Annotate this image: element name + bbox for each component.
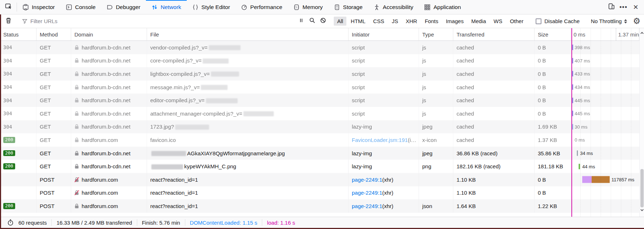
tab-storage[interactable]: Storage — [328, 0, 368, 14]
close-icon: ✕ — [633, 3, 638, 11]
load-time[interactable]: load: 1.16 s — [267, 220, 295, 226]
filter-all[interactable]: All — [334, 17, 346, 26]
search-icon — [309, 17, 315, 25]
table-row[interactable]: 304GEThardforum.b-cdn.netmessage.min.js?… — [0, 81, 644, 94]
tab-inspector[interactable]: Inspector — [17, 0, 60, 14]
column-header-size[interactable]: Size — [535, 28, 571, 40]
filter-html[interactable]: HTML — [347, 17, 369, 26]
tab-console[interactable]: Console — [60, 0, 101, 14]
table-row[interactable]: 200POSThardforum.comreact?reaction_id=1p… — [0, 199, 644, 213]
table-row[interactable]: 304GEThardforum.b-cdn.netcore-compiled.j… — [0, 54, 644, 68]
status-badge: 304 — [3, 58, 12, 64]
file-cell: AGkaXIAY8QgWformatjpgnamelarge.jpg — [147, 147, 349, 160]
column-header-initiator[interactable]: Initiator — [349, 28, 419, 40]
filter-fonts[interactable]: Fonts — [422, 17, 442, 26]
filter-css[interactable]: CSS — [370, 17, 388, 26]
disable-cache-control[interactable]: Disable Cache — [536, 18, 580, 24]
scroll-up-icon[interactable] — [640, 31, 644, 35]
filter-urls-box[interactable] — [18, 18, 296, 24]
column-header-status[interactable]: Status — [0, 28, 36, 40]
status-cell — [0, 173, 36, 186]
pick-element-button[interactable] — [0, 0, 17, 14]
table-row[interactable]: 200GEThardforum.comfavicon.icoFaviconLoa… — [0, 133, 644, 147]
initiator-label: (i… — [408, 137, 416, 143]
tab-label: Debugger — [116, 4, 141, 10]
clear-requests-button[interactable] — [2, 17, 14, 25]
tab-application[interactable]: Application — [419, 0, 466, 14]
type-cell: js — [419, 67, 453, 81]
scrollbar-thumb[interactable] — [640, 169, 644, 207]
initiator-link[interactable]: page-2249:1 — [352, 190, 382, 196]
search-button[interactable] — [307, 17, 317, 25]
column-header-domain[interactable]: Domain — [71, 28, 147, 40]
column-header-timeline[interactable]: 0 ms 1.37 min — [571, 28, 639, 40]
pause-recording-button[interactable] — [296, 18, 307, 25]
waterfall-bar — [572, 85, 573, 90]
domcontentloaded-time[interactable]: DOMContentLoaded: 1.15 s — [190, 220, 258, 226]
redacted-text — [151, 151, 186, 156]
tab-style-editor[interactable]: Style Editor — [187, 0, 235, 14]
table-row[interactable]: 304GEThardforum.b-cdn.netvendor-compiled… — [0, 41, 644, 54]
disable-cache-checkbox[interactable] — [536, 18, 541, 24]
throttling-dropdown[interactable]: No Throttling — [591, 18, 627, 24]
tab-label: Memory — [303, 4, 323, 10]
tab-network[interactable]: Network — [146, 0, 187, 14]
table-row[interactable]: POSThardforum.comreact?reaction_id=1page… — [0, 186, 644, 200]
tab-label: Console — [75, 4, 96, 10]
timeline-cell: 0 ms — [571, 133, 639, 147]
table-row[interactable]: 304GEThardforum.b-cdn.netlightbox-compil… — [0, 67, 644, 81]
block-requests-button[interactable] — [317, 17, 328, 25]
network-status-bar: 60 requests 16.33 MB / 2.49 MB transferr… — [0, 217, 644, 228]
table-row[interactable]: POSThardforum.comreact?reaction_id=1page… — [0, 173, 644, 186]
tab-performance[interactable]: Performance — [235, 0, 288, 14]
timeline-cell: 433 ms — [571, 67, 639, 81]
filter-xhr[interactable]: XHR — [402, 17, 420, 26]
devtools-menu-button[interactable]: ••• — [618, 2, 629, 13]
filter-media[interactable]: Media — [468, 17, 489, 26]
domain-label: hardforum.b-cdn.net — [82, 163, 130, 169]
table-row[interactable]: 304GEThardforum.b-cdn.net1723.jpg?lazy-i… — [0, 120, 644, 134]
initiator-link[interactable]: page-2249:1 — [352, 177, 382, 183]
network-settings-button[interactable]: ⚙ — [633, 17, 640, 25]
column-header-file[interactable]: File — [147, 28, 349, 40]
timeline-start-label: 0 ms — [571, 31, 585, 38]
column-header-method[interactable]: Method — [36, 28, 71, 40]
table-row[interactable]: 304GEThardforum.b-cdn.netattachment_mana… — [0, 107, 644, 120]
close-devtools-button[interactable]: ✕ — [630, 2, 641, 13]
status-badge: 200 — [3, 150, 15, 156]
waterfall-bar — [572, 58, 573, 63]
request-table-header: Status Method Domain File Initiator Type… — [0, 28, 644, 41]
disable-cache-label: Disable Cache — [544, 18, 580, 24]
vertical-scrollbar[interactable] — [639, 28, 644, 217]
initiator-link[interactable]: FaviconLoader.jsm:191 — [352, 137, 408, 143]
initiator-cell: page-2249:1 (xhr) — [349, 199, 419, 213]
filter-other[interactable]: Other — [507, 17, 527, 26]
column-header-transferred[interactable]: Transferred — [453, 28, 535, 40]
initiator-link[interactable]: page-2249:1 — [352, 203, 382, 209]
filter-ws[interactable]: WS — [490, 17, 506, 26]
file-cell: react?reaction_id=1 — [147, 186, 349, 200]
status-cell: 304 — [0, 67, 36, 81]
column-header-type[interactable]: Type — [419, 28, 453, 40]
tab-debugger[interactable]: Debugger — [101, 0, 146, 14]
table-row[interactable]: 304GEThardforum.b-cdn.neteditor-compiled… — [0, 94, 644, 107]
timeline-cell — [571, 199, 639, 213]
domain-label: hardforum.com — [82, 177, 118, 183]
tab-accessibility[interactable]: Accessibility — [368, 0, 419, 14]
scroll-down-icon[interactable] — [640, 208, 644, 212]
performance-icon — [241, 4, 247, 10]
domain-cell: hardforum.com — [71, 173, 147, 186]
table-row[interactable]: 200GEThardforum.b-cdn.netkypeWYAkMH_C.pn… — [0, 160, 644, 173]
filter-images[interactable]: Images — [442, 17, 467, 26]
filter-js[interactable]: JS — [389, 17, 402, 26]
responsive-design-button[interactable] — [606, 2, 617, 13]
initiator-cell: script — [349, 107, 419, 120]
table-row[interactable]: 200GEThardforum.b-cdn.netAGkaXIAY8QgWfor… — [0, 147, 644, 160]
domain-label: hardforum.b-cdn.net — [82, 84, 130, 90]
domain-label: hardforum.b-cdn.net — [82, 124, 130, 130]
status-badge: 200 — [3, 203, 15, 209]
stopwatch-icon[interactable] — [7, 219, 14, 226]
tab-memory[interactable]: Memory — [288, 0, 328, 14]
filter-urls-input[interactable] — [30, 18, 296, 24]
separator — [137, 219, 137, 226]
